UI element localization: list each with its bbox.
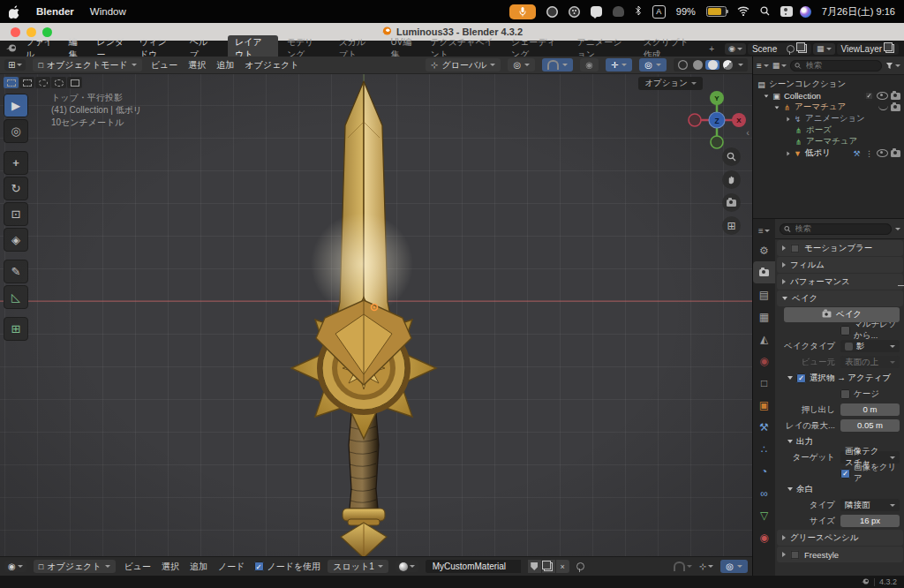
mode-dropdown[interactable]: □オブジェクトモード xyxy=(33,58,141,72)
margin-type-dropdown[interactable]: 隣接面 xyxy=(840,499,900,511)
bake-button[interactable]: ベイク xyxy=(784,307,900,322)
shading-solid-button[interactable] xyxy=(690,60,704,70)
shader-overlays-toggle[interactable]: ◎ xyxy=(720,560,748,573)
properties-search[interactable] xyxy=(780,223,892,235)
transform-orientation-dropdown[interactable]: ⊹グローバル xyxy=(426,58,501,72)
select-mode-tweak[interactable] xyxy=(4,77,19,88)
bluetooth-icon[interactable] xyxy=(635,5,642,18)
view-layer-name-field[interactable]: ViewLayer xyxy=(837,43,900,55)
collection-checkbox[interactable] xyxy=(865,92,873,100)
add-workspace-button[interactable]: + xyxy=(702,43,721,55)
apple-menu-icon[interactable] xyxy=(9,5,20,19)
unlink-material-button[interactable]: × xyxy=(556,560,569,573)
show-overlays-toggle[interactable]: ◎ xyxy=(639,58,667,72)
scene-name-field[interactable]: Scene xyxy=(748,43,811,55)
select-mode-box[interactable] xyxy=(19,77,34,88)
tab-data[interactable]: ▽ xyxy=(753,504,775,526)
fake-user-button[interactable] xyxy=(528,560,541,573)
tab-view-layer[interactable]: ▦ xyxy=(753,305,775,328)
new-scene-icon[interactable] xyxy=(798,44,807,53)
outliner-filter-dropdown[interactable] xyxy=(885,62,900,70)
material-name-field[interactable] xyxy=(426,560,521,573)
tab-scene[interactable]: ◭ xyxy=(753,328,775,350)
siri-icon[interactable] xyxy=(800,6,811,18)
use-nodes-checkbox[interactable]: ノードを使用 xyxy=(254,561,321,573)
snap-toggle[interactable] xyxy=(542,58,573,72)
tool-move[interactable]: + xyxy=(4,151,28,175)
tool-annotate[interactable]: ✎ xyxy=(4,260,28,283)
select-mode-paint[interactable] xyxy=(67,77,82,88)
shader-editor-type-selector[interactable]: ◉ xyxy=(4,561,26,572)
tool-rotate[interactable]: ↻ xyxy=(4,177,28,200)
outliner-search-input[interactable] xyxy=(804,60,878,71)
outliner-row-pose[interactable]: ⋔ ポーズ xyxy=(757,124,904,136)
panel-performance[interactable]: パフォーマンス xyxy=(777,274,903,290)
blender-menu-icon[interactable] xyxy=(5,43,18,55)
fast-user-switch-icon[interactable] xyxy=(780,6,789,17)
viewport-menu-object[interactable]: オブジェクト xyxy=(243,59,300,72)
extrusion-field[interactable]: 0 m xyxy=(840,403,900,416)
shading-rendered-button[interactable] xyxy=(720,60,734,70)
tab-physics[interactable]: ◔ xyxy=(753,460,775,482)
properties-search-input[interactable] xyxy=(794,223,887,234)
freestyle-checkbox[interactable] xyxy=(791,550,799,558)
panel-grease-pencil[interactable]: グリースペンシル xyxy=(777,530,903,546)
lowpoly-render-camera-icon[interactable] xyxy=(891,150,900,157)
shader-mode-dropdown[interactable]: □オブジェクト xyxy=(34,560,116,573)
proportional-edit-dropdown[interactable]: ◉ xyxy=(580,58,599,72)
viewport-menu-select[interactable]: 選択 xyxy=(186,59,207,72)
shading-material-button[interactable] xyxy=(705,60,719,70)
wifi-icon[interactable] xyxy=(737,6,750,18)
new-view-layer-icon[interactable] xyxy=(885,44,894,53)
shader-menu-view[interactable]: ビュー xyxy=(123,561,153,573)
clear-image-checkbox[interactable] xyxy=(840,469,850,479)
tool-transform[interactable]: ◈ xyxy=(4,228,28,252)
input-source-icon[interactable]: A xyxy=(652,5,666,19)
shader-menu-add[interactable]: 追加 xyxy=(188,561,209,573)
pivot-point-dropdown[interactable]: ◎ xyxy=(508,58,535,72)
selected-to-active-checkbox[interactable] xyxy=(796,373,806,383)
panel-film[interactable]: フィルム xyxy=(777,257,903,273)
viewport-menu-view[interactable]: ビュー xyxy=(149,59,179,72)
panel-motion-blur[interactable]: モーションブラー xyxy=(777,240,903,256)
app-icon[interactable] xyxy=(613,6,624,17)
tool-add-cube[interactable]: ⊞ xyxy=(4,317,28,341)
pin-id-button[interactable] xyxy=(576,562,584,570)
shader-snap-target-dropdown[interactable]: ⊹ xyxy=(699,562,713,571)
outliner-search[interactable] xyxy=(790,60,882,72)
outliner-display-mode-dropdown[interactable]: ≡ xyxy=(757,61,769,71)
viewport-canvas[interactable]: ▶ ◎ + ↻ ⊡ ◈ ✎ ◺ ⊞ トップ・平行投影 (41) Collecti… xyxy=(0,74,752,556)
panel-freestyle[interactable]: Freestyle xyxy=(777,547,903,562)
outliner-row-armature[interactable]: ⋔ アーマチュア xyxy=(757,102,904,113)
properties-editor-type-selector[interactable]: ≡ xyxy=(753,222,775,239)
microphone-indicator-icon[interactable] xyxy=(509,4,536,19)
sidebar-expand-arrow[interactable]: ‹ xyxy=(746,127,750,138)
outliner-row-lowpoly[interactable]: ▼ 低ポリ ⚒ ⋮ xyxy=(757,147,904,159)
show-gizmo-toggle[interactable]: ✛ xyxy=(606,58,632,72)
from-multires-checkbox[interactable] xyxy=(840,326,850,335)
tab-modifiers[interactable]: ⚒ xyxy=(753,416,775,438)
sword-model[interactable] xyxy=(291,81,436,556)
spotlight-icon[interactable] xyxy=(760,6,770,18)
obs-icon[interactable] xyxy=(546,6,558,18)
margin-subpanel-header[interactable]: 余白 xyxy=(775,481,904,497)
shader-menu-select[interactable]: 選択 xyxy=(160,561,181,573)
macos-app-menu[interactable]: Blender xyxy=(36,6,74,17)
tab-tool[interactable]: ⚙ xyxy=(753,239,775,261)
outliner-row-scene-collection[interactable]: ▤ シーンコレクション xyxy=(757,79,904,90)
macos-window-menu[interactable]: Window xyxy=(90,6,126,17)
properties-options-caret[interactable] xyxy=(895,228,900,230)
collection-hide-eye-icon[interactable] xyxy=(877,92,888,100)
shader-snap-toggle[interactable] xyxy=(674,562,692,571)
tool-measure[interactable]: ◺ xyxy=(4,285,28,309)
material-browse-button[interactable] xyxy=(396,561,418,572)
close-window-button[interactable] xyxy=(11,27,20,37)
projection-toggle-button[interactable]: ⊞ xyxy=(722,216,741,235)
outliner-filter-id-dropdown[interactable]: ▦ xyxy=(772,61,787,70)
camera-view-button[interactable] xyxy=(722,193,741,212)
armature-render-camera-icon[interactable] xyxy=(891,104,900,111)
editor-type-selector[interactable]: ⊞ xyxy=(4,59,26,71)
lowpoly-hide-eye-icon[interactable] xyxy=(877,149,888,157)
cage-checkbox[interactable] xyxy=(840,389,850,399)
armature-hidden-eye-icon[interactable] xyxy=(878,105,888,110)
